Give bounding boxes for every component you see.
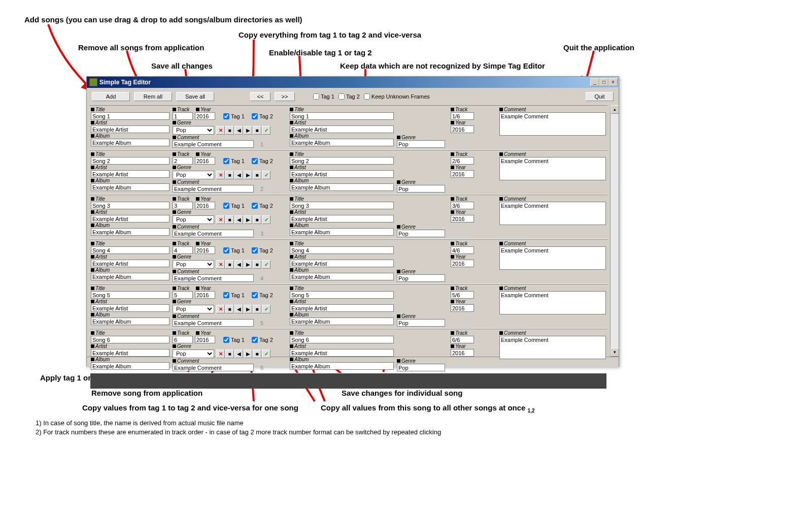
save-song-button[interactable]: ✓: [262, 305, 270, 313]
tag1-genre-select[interactable]: Pop: [173, 350, 214, 358]
tag2-title-input[interactable]: [290, 202, 394, 209]
tag1-year-input[interactable]: [195, 112, 215, 120]
tag1-year-input[interactable]: [195, 336, 215, 343]
tag2-comment-input[interactable]: Example Comment: [499, 202, 606, 225]
tag2-title-input[interactable]: [290, 112, 394, 120]
row-tag2-checkbox[interactable]: Tag 2: [252, 158, 273, 164]
tag1-album-input[interactable]: [91, 183, 170, 191]
tag2-genre-input[interactable]: [397, 319, 445, 327]
tag2-artist-input[interactable]: [290, 170, 394, 178]
tag2-track-input[interactable]: [451, 291, 474, 299]
tag1-album-input[interactable]: [91, 362, 170, 370]
tag1-artist-input[interactable]: [91, 304, 170, 312]
copy-all-to-others-button[interactable]: ■: [225, 305, 234, 313]
row-tag2-checkbox[interactable]: Tag 2: [252, 292, 273, 298]
tag2-title-input[interactable]: [290, 246, 394, 254]
tag2-artist-input[interactable]: [290, 304, 394, 312]
save-song-button[interactable]: ✓: [262, 350, 270, 358]
copy-tag2-to-tag1-button[interactable]: ◀: [234, 305, 243, 313]
copy-all-to-others-button[interactable]: ■: [225, 350, 234, 358]
tag2-album-input[interactable]: [290, 183, 394, 191]
tag1-title-input[interactable]: [91, 246, 170, 254]
remove-song-button[interactable]: ✕: [216, 215, 225, 224]
tag1-comment-input[interactable]: [173, 140, 254, 148]
tag1-track-input[interactable]: [173, 157, 193, 165]
copy-tag1-to-tag2-button[interactable]: ▶: [244, 260, 252, 269]
save-song-button[interactable]: ✓: [262, 171, 270, 179]
row-tag1-checkbox[interactable]: Tag 1: [223, 337, 245, 343]
stop-button[interactable]: ■: [253, 126, 261, 135]
maximize-button[interactable]: □: [599, 78, 608, 86]
row-tag1-checkbox[interactable]: Tag 1: [223, 203, 245, 209]
tag2-year-input[interactable]: [451, 125, 474, 133]
tag1-title-input[interactable]: [91, 202, 170, 209]
row-tag2-checkbox[interactable]: Tag 2: [252, 203, 273, 209]
tag1-comment-input[interactable]: [173, 230, 254, 237]
tag1-album-input[interactable]: [91, 139, 170, 146]
tag1-comment-input[interactable]: [173, 319, 254, 327]
save-song-button[interactable]: ✓: [262, 260, 270, 269]
tag2-track-input[interactable]: [451, 112, 474, 120]
tag1-track-input[interactable]: [173, 112, 193, 120]
tag1-artist-input[interactable]: [91, 215, 170, 223]
remove-song-button[interactable]: ✕: [216, 260, 225, 269]
row-tag1-checkbox[interactable]: Tag 1: [223, 158, 245, 164]
tag1-track-input[interactable]: [173, 336, 193, 343]
copy-tag1-to-tag2-button[interactable]: ▶: [244, 305, 252, 313]
copy-left-button[interactable]: <<: [250, 92, 270, 101]
remove-song-button[interactable]: ✕: [216, 171, 225, 179]
scrollbar[interactable]: ▴ ▾: [610, 105, 619, 357]
tag2-year-input[interactable]: [451, 349, 474, 357]
tag1-album-input[interactable]: [91, 318, 170, 325]
remove-song-button[interactable]: ✕: [216, 305, 225, 313]
tag1-title-input[interactable]: [91, 291, 170, 299]
tag1-album-input[interactable]: [91, 228, 170, 236]
tag2-genre-input[interactable]: [397, 185, 445, 193]
tag2-genre-input[interactable]: [397, 230, 445, 237]
copy-tag1-to-tag2-button[interactable]: ▶: [244, 215, 252, 224]
remove-all-button[interactable]: Rem all: [134, 92, 172, 101]
tag2-album-input[interactable]: [290, 228, 394, 236]
tag2-comment-input[interactable]: Example Comment: [499, 246, 606, 270]
minimize-button[interactable]: _: [590, 78, 599, 86]
tag1-track-input[interactable]: [173, 291, 193, 299]
save-all-button[interactable]: Save all: [176, 92, 214, 101]
tag2-comment-input[interactable]: Example Comment: [499, 291, 606, 314]
tag1-checkbox[interactable]: Tag 1: [313, 93, 334, 100]
tag1-year-input[interactable]: [195, 246, 215, 254]
copy-tag1-to-tag2-button[interactable]: ▶: [244, 350, 252, 358]
tag1-title-input[interactable]: [91, 157, 170, 165]
close-button[interactable]: ×: [608, 78, 618, 86]
tag2-artist-input[interactable]: [290, 125, 394, 133]
tag1-genre-select[interactable]: Pop: [173, 305, 214, 313]
tag2-title-input[interactable]: [290, 291, 394, 299]
tag2-year-input[interactable]: [451, 215, 474, 223]
copy-all-to-others-button[interactable]: ■: [225, 171, 234, 179]
tag2-artist-input[interactable]: [290, 260, 394, 267]
tag1-comment-input[interactable]: [173, 274, 254, 282]
tag1-album-input[interactable]: [91, 273, 170, 280]
tag1-track-input[interactable]: [173, 246, 193, 254]
copy-tag2-to-tag1-button[interactable]: ◀: [234, 260, 243, 269]
tag1-genre-select[interactable]: Pop: [173, 260, 214, 269]
tag2-comment-input[interactable]: Example Comment: [499, 157, 606, 180]
copy-tag1-to-tag2-button[interactable]: ▶: [244, 171, 252, 179]
tag2-comment-input[interactable]: Example Comment: [499, 112, 606, 136]
tag1-artist-input[interactable]: [91, 125, 170, 133]
tag1-title-input[interactable]: [91, 336, 170, 343]
tag2-album-input[interactable]: [290, 139, 394, 146]
tag2-artist-input[interactable]: [290, 215, 394, 223]
tag2-track-input[interactable]: [451, 202, 474, 209]
row-tag2-checkbox[interactable]: Tag 2: [252, 113, 273, 119]
tag1-genre-select[interactable]: Pop: [173, 215, 214, 224]
tag2-genre-input[interactable]: [397, 140, 445, 148]
tag2-year-input[interactable]: [451, 260, 474, 267]
tag2-checkbox[interactable]: Tag 2: [339, 93, 360, 100]
tag2-genre-input[interactable]: [397, 364, 445, 371]
remove-song-button[interactable]: ✕: [216, 126, 225, 135]
tag2-title-input[interactable]: [290, 157, 394, 165]
stop-button[interactable]: ■: [253, 171, 261, 179]
stop-button[interactable]: ■: [253, 215, 261, 224]
tag2-year-input[interactable]: [451, 170, 474, 178]
stop-button[interactable]: ■: [253, 305, 261, 313]
